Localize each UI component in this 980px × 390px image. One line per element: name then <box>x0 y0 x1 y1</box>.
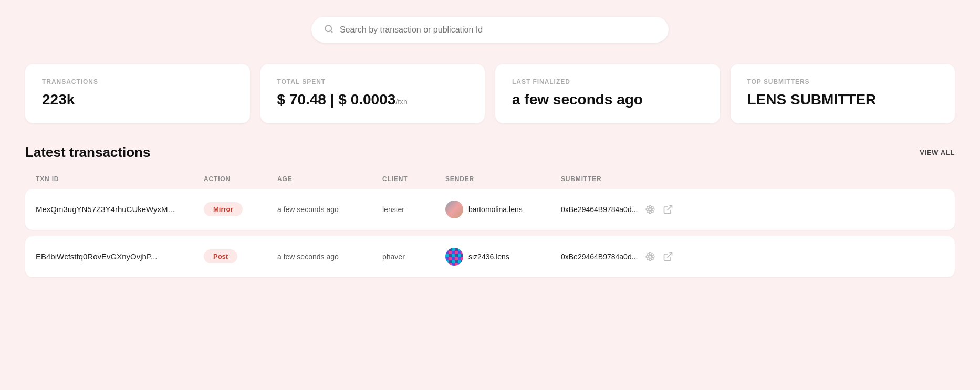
svg-point-18 <box>651 258 653 260</box>
svg-line-1 <box>330 30 332 32</box>
external-link-icon-1[interactable] <box>663 251 673 262</box>
client-1: phaver <box>382 252 445 261</box>
svg-line-21 <box>668 252 672 257</box>
table-header: TXN ID ACTION AGE CLIENT SENDER SUBMITTE… <box>25 171 955 187</box>
stat-label-total-spent: TOTAL SPENT <box>277 78 468 86</box>
stat-value-total-spent: $ 70.48 | $ 0.0003/txn <box>277 91 468 109</box>
svg-point-2 <box>649 208 652 210</box>
svg-point-8 <box>651 210 653 213</box>
sender-name-1: siz2436.lens <box>468 252 509 261</box>
svg-point-17 <box>647 253 649 255</box>
col-header-sender: SENDER <box>445 175 561 183</box>
age-0: a few seconds ago <box>277 205 382 214</box>
svg-point-9 <box>647 210 649 213</box>
stat-card-last-finalized: LAST FINALIZED a few seconds ago <box>495 64 720 123</box>
client-0: lenster <box>382 205 445 214</box>
svg-line-11 <box>668 205 672 210</box>
svg-point-12 <box>649 255 652 258</box>
table-row: MexQm3ugYN57Z3Y4rhuCUkeWyxM... Mirror a … <box>25 189 955 230</box>
stat-card-transactions: TRANSACTIONS 223k <box>25 64 250 123</box>
stat-value-transactions: 223k <box>42 91 233 109</box>
sender-name-0: bartomolina.lens <box>468 205 523 214</box>
col-header-submitter: SUBMITTER <box>561 175 944 183</box>
age-1: a few seconds ago <box>277 252 382 261</box>
svg-point-20 <box>651 253 653 255</box>
flower-icon-1[interactable] <box>645 251 655 262</box>
stat-label-top-submitters: TOP SUBMITTERS <box>747 78 939 86</box>
stats-grid: TRANSACTIONS 223k TOTAL SPENT $ 70.48 | … <box>25 64 955 123</box>
submitter-cell-0: 0xBe29464B9784a0d... <box>561 204 944 215</box>
latest-transactions-section: Latest transactions VIEW ALL TXN ID ACTI… <box>25 144 955 277</box>
flower-icon-0[interactable] <box>645 204 655 215</box>
per-txn-label: /txn <box>395 98 408 106</box>
action-cell-1: Post <box>204 249 277 263</box>
stat-label-transactions: TRANSACTIONS <box>42 78 233 86</box>
svg-point-10 <box>651 206 653 208</box>
stat-label-last-finalized: LAST FINALIZED <box>512 78 703 86</box>
svg-point-7 <box>647 206 649 208</box>
search-icon <box>324 24 333 35</box>
svg-point-19 <box>647 258 649 260</box>
stat-card-top-submitters: TOP SUBMITTERS LENS SUBMITTER <box>731 64 955 123</box>
search-input[interactable] <box>340 25 656 35</box>
stat-card-total-spent: TOTAL SPENT $ 70.48 | $ 0.0003/txn <box>260 64 485 123</box>
submitter-address-0: 0xBe29464B9784a0d... <box>561 205 638 214</box>
col-header-client: CLIENT <box>382 175 445 183</box>
stat-value-top-submitters: LENS SUBMITTER <box>747 91 939 109</box>
action-cell-0: Mirror <box>204 202 277 216</box>
col-header-action: ACTION <box>204 175 277 183</box>
action-badge-post: Post <box>204 249 237 263</box>
external-link-icon-0[interactable] <box>663 204 673 215</box>
section-header: Latest transactions VIEW ALL <box>25 144 955 161</box>
section-title: Latest transactions <box>25 144 150 161</box>
search-bar[interactable] <box>311 17 669 43</box>
col-header-txn-id: TXN ID <box>36 175 204 183</box>
table-row: EB4biWcfstfq0RovEvGXnyOvjhP... Post a fe… <box>25 236 955 277</box>
txn-id-1: EB4biWcfstfq0RovEvGXnyOvjhP... <box>36 252 204 261</box>
txn-id-0: MexQm3ugYN57Z3Y4rhuCUkeWyxM... <box>36 205 204 214</box>
submitter-address-1: 0xBe29464B9784a0d... <box>561 252 638 261</box>
sender-cell-1: siz2436.lens <box>445 248 561 266</box>
stat-value-last-finalized: a few seconds ago <box>512 91 703 109</box>
search-section <box>25 17 955 43</box>
action-badge-mirror: Mirror <box>204 202 243 216</box>
sender-cell-0: bartomolina.lens <box>445 201 561 218</box>
avatar-1 <box>445 248 463 266</box>
view-all-button[interactable]: VIEW ALL <box>920 149 955 156</box>
submitter-cell-1: 0xBe29464B9784a0d... <box>561 251 944 262</box>
col-header-age: AGE <box>277 175 382 183</box>
avatar-0 <box>445 201 463 218</box>
total-spent-amount: $ 70.48 | $ 0.0003 <box>277 91 396 108</box>
